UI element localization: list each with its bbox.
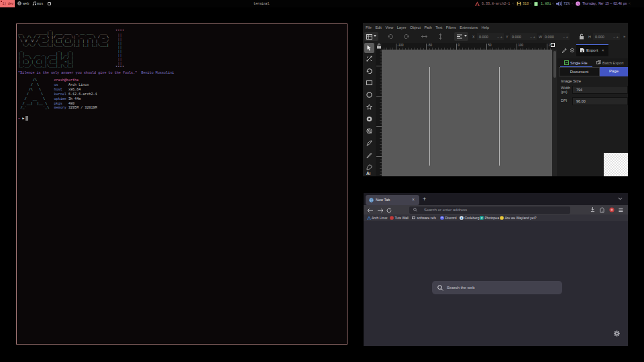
- svg-text:P: P: [481, 217, 483, 220]
- svg-text:-50: -50: [428, 44, 433, 47]
- svg-text:-100: -100: [398, 44, 405, 47]
- svg-text:50: 50: [488, 44, 492, 47]
- svg-text:100: 100: [519, 44, 524, 47]
- svg-text:0: 0: [458, 44, 460, 47]
